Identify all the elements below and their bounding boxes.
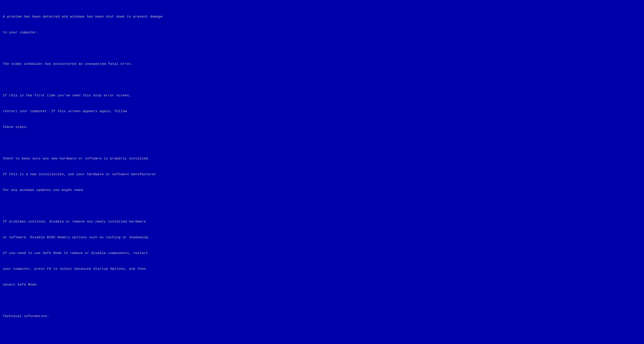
bsod-spacer-5 bbox=[3, 298, 162, 303]
bsod-line-2: to your computer. bbox=[3, 30, 162, 35]
bsod-spacer-2 bbox=[3, 77, 162, 82]
bsod-line-12: If you need to use Safe Mode to remove o… bbox=[3, 250, 162, 256]
bsod-line-15: Technical information: bbox=[3, 314, 162, 319]
bsod-line-4: If this is the first time you've seen th… bbox=[3, 93, 162, 98]
bsod-content: A problem has been detected and windows … bbox=[3, 4, 162, 344]
bsod-line-7: Check to make sure any new hardware or s… bbox=[3, 156, 162, 161]
bsod-line-9: for any windows updates you might need. bbox=[3, 188, 162, 193]
bsod-line-1: A problem has been detected and windows … bbox=[3, 14, 162, 19]
bsod-line-3: The video scheduler has encountered an u… bbox=[3, 62, 162, 67]
bsod-spacer-4 bbox=[3, 203, 162, 208]
bsod-line-11: or software. Disable BIOS memory options… bbox=[3, 235, 162, 240]
bsod-screen: A problem has been detected and windows … bbox=[0, 0, 644, 344]
bsod-line-13: your computer, press F8 to select Advanc… bbox=[3, 266, 162, 272]
bsod-line-6: these steps: bbox=[3, 124, 162, 130]
bsod-line-5: restart your computer. If this screen ap… bbox=[3, 109, 162, 114]
bsod-line-10: If problems continue, disable or remove … bbox=[3, 219, 162, 224]
bsod-spacer-1 bbox=[3, 46, 162, 51]
bsod-line-8: If this is a new installation, ask your … bbox=[3, 172, 162, 177]
bsod-line-14: select Safe Mode. bbox=[3, 282, 162, 287]
bsod-spacer-3 bbox=[3, 140, 162, 146]
bsod-spacer-6 bbox=[3, 330, 162, 334]
